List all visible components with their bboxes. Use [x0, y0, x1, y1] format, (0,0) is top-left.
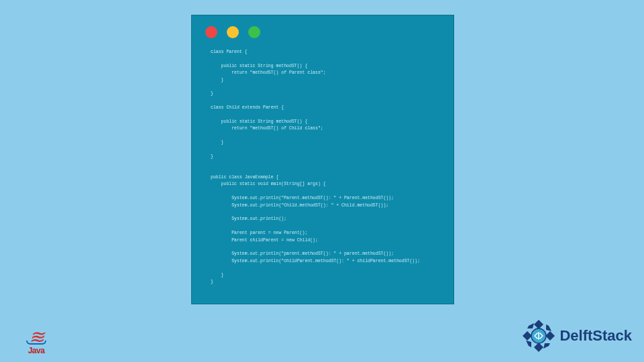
- svg-marker-4: [546, 324, 551, 331]
- delftstack-label: DelftStack: [559, 327, 632, 345]
- maximize-icon: [248, 26, 260, 38]
- code-window: class Parent { public static String meth…: [191, 15, 454, 304]
- svg-marker-5: [543, 343, 550, 349]
- close-icon: [205, 26, 217, 38]
- svg-marker-7: [527, 323, 534, 328]
- svg-marker-0: [534, 320, 543, 329]
- svg-marker-2: [534, 343, 543, 352]
- java-cup-icon: [26, 341, 46, 345]
- svg-marker-3: [523, 331, 532, 341]
- code-block: class Parent { public static String meth…: [192, 44, 453, 286]
- delftstack-logo: DelftStack: [522, 319, 632, 353]
- java-logo: ≋ Java: [19, 315, 54, 355]
- svg-marker-6: [526, 341, 531, 347]
- java-label: Java: [28, 346, 45, 355]
- minimize-icon: [227, 26, 239, 38]
- window-traffic-lights: [192, 15, 453, 44]
- svg-marker-1: [545, 331, 555, 341]
- delftstack-seal-icon: [522, 319, 555, 353]
